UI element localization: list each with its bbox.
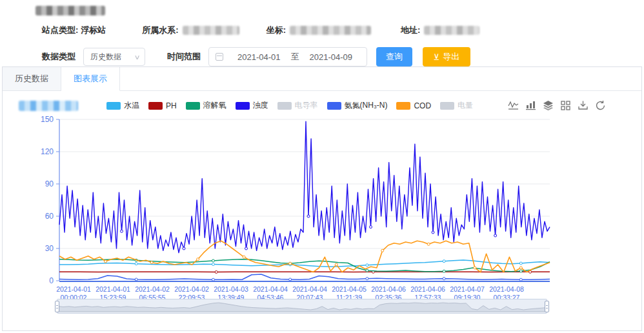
tiled-icon[interactable] (560, 100, 571, 111)
tab-bar: 历史数据 图表展示 (3, 67, 641, 91)
legend-label: 水温 (124, 100, 139, 111)
svg-text:2021-04-07: 2021-04-07 (450, 285, 485, 293)
download-icon: ⊻ (434, 53, 440, 61)
legend-label: PH (166, 101, 177, 110)
legend-item-2[interactable]: 溶解氧 (186, 100, 226, 111)
address-label: 地址: (401, 25, 420, 36)
legend-swatch (440, 102, 454, 110)
station-type-label: 站点类型: (42, 25, 78, 36)
legend-swatch (186, 102, 200, 110)
line-chart-icon[interactable] (508, 100, 519, 111)
legend-item-0[interactable]: 水温 (106, 100, 139, 111)
date-end-value[interactable]: 2021-04-09 (302, 52, 361, 62)
chevron-down-icon: ∨ (134, 54, 140, 61)
water-system-label: 所属水系: (142, 25, 178, 36)
restore-icon[interactable] (595, 100, 606, 111)
datazoom-left-handle[interactable] (55, 301, 59, 312)
station-type-value: 浮标站 (81, 25, 106, 36)
svg-text:2021-04-03: 2021-04-03 (214, 285, 248, 293)
export-button[interactable]: ⊻导出 (423, 47, 470, 66)
svg-text:2021-04-08: 2021-04-08 (489, 285, 524, 293)
address-value-redacted (424, 26, 479, 35)
legend-label: 浊度 (253, 100, 268, 111)
svg-text:120: 120 (41, 147, 54, 156)
datazoom-right-handle[interactable] (545, 301, 549, 312)
tab-chart-display[interactable]: 图表展示 (61, 67, 120, 91)
svg-text:2021-04-06: 2021-04-06 (371, 285, 406, 293)
legend-swatch (148, 102, 163, 110)
svg-text:90: 90 (45, 179, 54, 188)
svg-text:2021-04-01: 2021-04-01 (56, 285, 91, 293)
svg-text:2021-04-04: 2021-04-04 (292, 285, 327, 293)
time-range-label: 时间范围 (167, 51, 201, 63)
svg-text:150: 150 (41, 115, 54, 124)
legend-item-6[interactable]: COD (396, 101, 431, 110)
legend-swatch (236, 102, 250, 110)
query-button[interactable]: 查询 (376, 47, 412, 66)
date-range-picker[interactable]: 2021-04-01 至 2021-04-09 (208, 47, 367, 66)
legend-swatch (106, 102, 121, 110)
export-button-label: 导出 (443, 51, 459, 63)
date-start-value[interactable]: 2021-04-01 (230, 52, 288, 62)
coordinates-label: 坐标: (267, 25, 286, 36)
chart-toolbox (508, 100, 606, 111)
page: 站点类型: 浮标站 所属水系: 坐标: 地址: 数据类型 历史数据 ∨ 时间范围… (0, 0, 644, 333)
svg-text:60: 60 (45, 212, 54, 221)
data-type-selected-value: 历史数据 (90, 52, 121, 63)
datazoom-shadow (57, 299, 547, 313)
svg-text:2021-04-02: 2021-04-02 (174, 285, 209, 293)
legend-label: COD (414, 101, 431, 110)
chart-title-redacted (19, 101, 78, 111)
legend-item-7[interactable]: 电量 (440, 100, 473, 111)
data-type-select[interactable]: 历史数据 ∨ (83, 48, 145, 66)
legend-swatch (327, 102, 341, 110)
content-card: 历史数据 图表展示 水温PH溶解氧浊度电导率氨氮(NH₃-N)COD电量 030… (2, 66, 642, 331)
station-info-row: 站点类型: 浮标站 所属水系: 坐标: 地址: (42, 25, 644, 36)
svg-text:2021-04-05: 2021-04-05 (332, 285, 367, 293)
bar-chart-icon[interactable] (525, 100, 536, 111)
data-type-label: 数据类型 (42, 51, 75, 63)
svg-text:2021-04-06: 2021-04-06 (410, 285, 445, 293)
date-range-separator: 至 (288, 51, 302, 63)
svg-text:2021-04-02: 2021-04-02 (135, 285, 170, 293)
legend-item-5[interactable]: 氨氮(NH₃-N) (327, 100, 388, 111)
tab-history-data[interactable]: 历史数据 (3, 67, 61, 90)
calendar-icon (216, 53, 223, 61)
svg-text:0: 0 (49, 276, 54, 285)
svg-text:2021-04-01: 2021-04-01 (96, 285, 130, 293)
legend-swatch (396, 102, 410, 110)
svg-text:30: 30 (45, 244, 54, 253)
save-image-icon[interactable] (578, 100, 589, 111)
legend-item-3[interactable]: 浊度 (236, 100, 268, 111)
page-title-redacted (35, 6, 105, 15)
chart-plot-area: 03060901201502021-04-0100:00:022021-04-0… (15, 113, 641, 309)
svg-text:2021-04-04: 2021-04-04 (253, 285, 288, 293)
legend-label: 溶解氧 (203, 100, 226, 111)
legend-label: 电导率 (295, 100, 318, 111)
legend-swatch (277, 102, 292, 110)
datazoom-slider[interactable] (57, 299, 547, 314)
stack-icon[interactable] (543, 100, 554, 111)
legend-label: 电量 (458, 100, 473, 111)
filter-row: 数据类型 历史数据 ∨ 时间范围 2021-04-01 至 2021-04-09… (42, 47, 644, 66)
header-section: 站点类型: 浮标站 所属水系: 坐标: 地址: 数据类型 历史数据 ∨ 时间范围… (0, 0, 644, 66)
legend-item-1[interactable]: PH (148, 101, 177, 110)
legend-label: 氨氮(NH₃-N) (345, 100, 388, 111)
chart-plot: 03060901201502021-04-0100:00:022021-04-0… (15, 113, 583, 307)
legend-item-4[interactable]: 电导率 (277, 100, 318, 111)
chart-header: 水温PH溶解氧浊度电导率氨氮(NH₃-N)COD电量 (3, 91, 641, 112)
water-system-value-redacted (183, 26, 239, 35)
chart-legend: 水温PH溶解氧浊度电导率氨氮(NH₃-N)COD电量 (78, 100, 501, 111)
coordinates-value-redacted (290, 26, 371, 35)
